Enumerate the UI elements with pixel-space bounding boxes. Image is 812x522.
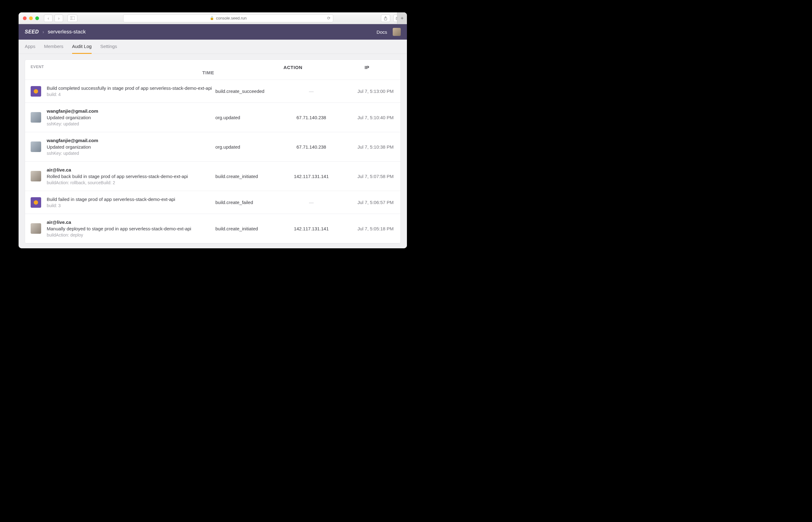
system-avatar-icon [30, 197, 41, 208]
sidebar-toggle-button[interactable] [67, 15, 77, 22]
ip-cell: — [284, 200, 339, 205]
table-row[interactable]: Build failed in stage prod of app server… [25, 191, 400, 214]
tab-apps[interactable]: Apps [25, 40, 35, 54]
user-avatar-icon [30, 171, 41, 181]
chevron-right-icon: › [43, 29, 44, 34]
event-description: Build completed successfully in stage pr… [47, 85, 215, 91]
action-cell: build.create_failed [215, 200, 284, 205]
lock-icon: 🔒 [210, 16, 214, 20]
url-bar[interactable]: 🔒 console.seed.run ⟳ [123, 14, 333, 22]
event-description: Build failed in stage prod of app server… [47, 197, 215, 202]
browser-titlebar: ‹ › 🔒 console.seed.run ⟳ + [19, 13, 407, 24]
action-cell: org.updated [215, 115, 284, 120]
svg-rect-0 [70, 16, 75, 20]
nav-tabs: AppsMembersAudit LogSettings [19, 40, 407, 54]
tab-members[interactable]: Members [44, 40, 63, 54]
time-cell: Jul 7, 5:10:38 PM [339, 144, 395, 149]
event-meta: build: 3 [47, 203, 215, 208]
event-description: Updated organization [47, 115, 215, 120]
action-cell: org.updated [215, 144, 284, 149]
event-meta: buildAction: rollback, sourceBuild: 2 [47, 180, 215, 185]
col-event: EVENT [30, 65, 284, 70]
table-row[interactable]: wangfanjie@gmail.comUpdated organization… [25, 132, 400, 162]
event-cell: air@live.caRolled back build in stage pr… [47, 167, 215, 185]
traffic-lights [23, 16, 39, 20]
time-cell: Jul 7, 5:07:58 PM [339, 174, 395, 179]
event-cell: wangfanjie@gmail.comUpdated organization… [47, 108, 215, 126]
ip-cell: 67.71.140.238 [284, 115, 339, 120]
time-cell: Jul 7, 5:06:57 PM [339, 200, 395, 205]
reload-icon[interactable]: ⟳ [327, 16, 331, 20]
audit-log-table: EVENT ACTION IP TIME Build completed suc… [25, 59, 401, 244]
table-row[interactable]: air@live.caManually deployed to stage pr… [25, 214, 400, 243]
new-tab-button[interactable]: + [397, 13, 407, 24]
time-cell: Jul 7, 5:05:18 PM [339, 226, 395, 231]
back-button[interactable]: ‹ [44, 15, 53, 22]
event-meta: sshKey: updated [47, 121, 215, 126]
event-meta: build: 4 [47, 92, 215, 97]
col-action: ACTION [284, 65, 339, 70]
event-user: wangfanjie@gmail.com [47, 138, 215, 143]
content: EVENT ACTION IP TIME Build completed suc… [19, 54, 407, 248]
ip-cell: 142.117.131.141 [284, 174, 339, 179]
tab-audit-log[interactable]: Audit Log [72, 40, 91, 54]
event-meta: buildAction: deploy [47, 233, 215, 238]
event-cell: Build completed successfully in stage pr… [47, 85, 215, 97]
table-header: EVENT ACTION IP TIME [25, 60, 400, 80]
time-cell: Jul 7, 5:13:00 PM [339, 88, 395, 94]
event-description: Updated organization [47, 144, 215, 149]
table-row[interactable]: air@live.caRolled back build in stage pr… [25, 162, 400, 191]
ip-cell: — [284, 88, 339, 94]
ip-cell: 142.117.131.141 [284, 226, 339, 231]
docs-link[interactable]: Docs [377, 29, 387, 35]
breadcrumb-org[interactable]: serverless-stack [48, 29, 86, 35]
action-cell: build.create_initiated [215, 226, 284, 231]
event-description: Rolled back build in stage prod of app s… [47, 174, 215, 179]
ip-cell: 67.71.140.238 [284, 144, 339, 149]
event-user: wangfanjie@gmail.com [47, 108, 215, 114]
table-row[interactable]: wangfanjie@gmail.comUpdated organization… [25, 103, 400, 132]
event-user: air@live.ca [47, 167, 215, 173]
time-cell: Jul 7, 5:10:40 PM [339, 115, 395, 120]
window-maximize-button[interactable] [35, 16, 39, 20]
action-cell: build.create_initiated [215, 174, 284, 179]
logo[interactable]: SEED [25, 29, 39, 35]
action-cell: build.create_succeeded [215, 88, 284, 94]
col-time: TIME [30, 70, 215, 75]
nav-group: ‹ › [44, 15, 63, 22]
event-cell: wangfanjie@gmail.comUpdated organization… [47, 138, 215, 156]
col-ip: IP [339, 65, 395, 70]
window-minimize-button[interactable] [29, 16, 33, 20]
system-avatar-icon [30, 86, 41, 97]
event-cell: Build failed in stage prod of app server… [47, 197, 215, 208]
user-avatar[interactable] [393, 28, 401, 36]
user-avatar-icon [30, 223, 41, 234]
forward-button[interactable]: › [55, 15, 63, 22]
window-close-button[interactable] [23, 16, 27, 20]
event-meta: sshKey: updated [47, 151, 215, 156]
event-description: Manually deployed to stage prod in app s… [47, 226, 215, 231]
user-avatar-icon [30, 141, 41, 152]
tab-settings[interactable]: Settings [100, 40, 117, 54]
url-host: console.seed.run [216, 16, 247, 20]
app-header: SEED › serverless-stack Docs [19, 24, 407, 40]
share-button[interactable] [381, 15, 390, 22]
table-row[interactable]: Build completed successfully in stage pr… [25, 80, 400, 103]
event-cell: air@live.caManually deployed to stage pr… [47, 220, 215, 238]
user-avatar-icon [30, 112, 41, 123]
event-user: air@live.ca [47, 220, 215, 225]
browser-window: ‹ › 🔒 console.seed.run ⟳ + SEED › server… [19, 13, 407, 248]
